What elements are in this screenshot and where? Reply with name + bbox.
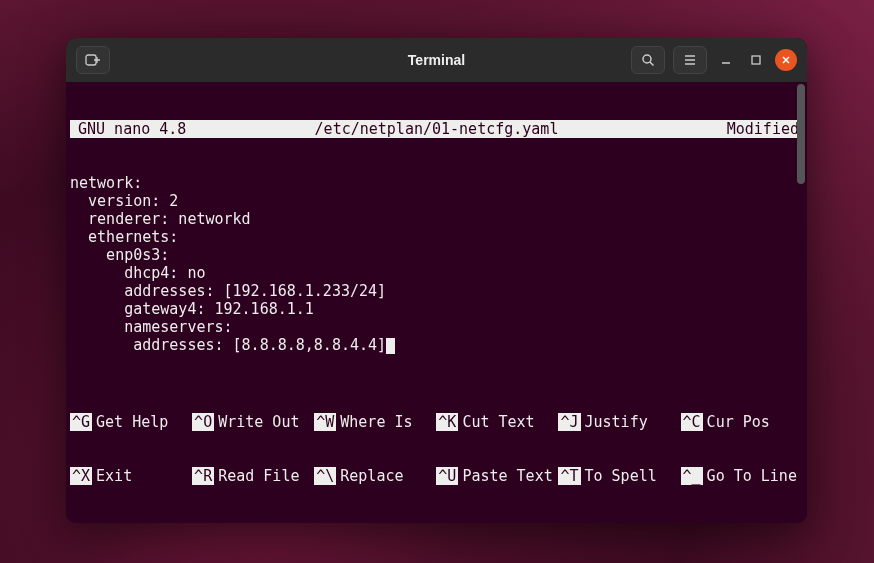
shortcut-desc: Cur Pos — [703, 413, 770, 431]
shortcut-item: ^_Go To Line — [681, 467, 803, 485]
shortcut-item: ^UPaste Text — [436, 467, 558, 485]
shortcut-desc: Go To Line — [703, 467, 797, 485]
shortcut-key: ^T — [558, 467, 580, 485]
maximize-button[interactable] — [745, 49, 767, 71]
titlebar-left — [76, 46, 110, 74]
shortcut-key: ^C — [681, 413, 703, 431]
scrollbar[interactable] — [797, 84, 805, 184]
hamburger-icon — [683, 54, 697, 66]
shortcut-key: ^R — [192, 467, 214, 485]
editor-line: network: — [70, 174, 803, 192]
editor-line: ethernets: — [70, 228, 803, 246]
shortcut-item: ^\Replace — [314, 467, 436, 485]
shortcut-desc: To Spell — [581, 467, 657, 485]
shortcut-key: ^W — [314, 413, 336, 431]
shortcut-item: ^OWrite Out — [192, 413, 314, 431]
minimize-icon — [720, 54, 732, 66]
editor-content[interactable]: network: version: 2 renderer: networkd e… — [70, 174, 803, 354]
shortcut-desc: Where Is — [336, 413, 412, 431]
titlebar: Terminal — [66, 38, 807, 82]
shortcut-key: ^G — [70, 413, 92, 431]
editor-line: enp0s3: — [70, 246, 803, 264]
shortcut-key: ^U — [436, 467, 458, 485]
terminal-window: Terminal — [66, 38, 807, 523]
editor-line: addresses: [8.8.8.8,8.8.4.4] — [70, 336, 803, 354]
shortcut-item: ^KCut Text — [436, 413, 558, 431]
shortcut-desc: Read File — [214, 467, 299, 485]
editor-line: nameservers: — [70, 318, 803, 336]
nano-file-path: /etc/netplan/01-netcfg.yaml — [315, 120, 559, 138]
shortcut-item: ^TTo Spell — [558, 467, 680, 485]
new-tab-icon — [85, 53, 101, 67]
nano-status: Modified — [727, 120, 803, 138]
shortcut-key: ^X — [70, 467, 92, 485]
search-icon — [641, 53, 655, 67]
cursor — [386, 338, 395, 354]
nano-shortcuts: ^GGet Help^OWrite Out^WWhere Is^KCut Tex… — [70, 377, 803, 521]
editor-line: addresses: [192.168.1.233/24] — [70, 282, 803, 300]
shortcut-item: ^CCur Pos — [681, 413, 803, 431]
shortcut-desc: Justify — [581, 413, 648, 431]
close-icon — [781, 55, 791, 65]
shortcut-item: ^RRead File — [192, 467, 314, 485]
shortcut-desc: Exit — [92, 467, 132, 485]
new-tab-button[interactable] — [76, 46, 110, 74]
nano-app-name: GNU nano 4.8 — [70, 120, 186, 138]
search-button[interactable] — [631, 46, 665, 74]
shortcut-key: ^\ — [314, 467, 336, 485]
editor-line: gateway4: 192.168.1.1 — [70, 300, 803, 318]
shortcut-desc: Get Help — [92, 413, 168, 431]
minimize-button[interactable] — [715, 49, 737, 71]
shortcut-key: ^J — [558, 413, 580, 431]
svg-line-4 — [650, 62, 654, 66]
menu-button[interactable] — [673, 46, 707, 74]
shortcut-key: ^K — [436, 413, 458, 431]
window-title: Terminal — [408, 52, 465, 68]
maximize-icon — [750, 54, 762, 66]
shortcut-item: ^GGet Help — [70, 413, 192, 431]
editor-line: renderer: networkd — [70, 210, 803, 228]
titlebar-right — [631, 46, 797, 74]
shortcut-item: ^JJustify — [558, 413, 680, 431]
svg-rect-9 — [752, 56, 760, 64]
shortcut-row-2: ^XExit^RRead File^\Replace^UPaste Text^T… — [70, 467, 803, 485]
shortcut-key: ^_ — [681, 467, 703, 485]
shortcut-desc: Cut Text — [458, 413, 534, 431]
shortcut-desc: Write Out — [214, 413, 299, 431]
editor-line: dhcp4: no — [70, 264, 803, 282]
shortcut-item: ^WWhere Is — [314, 413, 436, 431]
shortcut-desc: Paste Text — [458, 467, 552, 485]
svg-point-3 — [643, 55, 651, 63]
nano-header: GNU nano 4.8 /etc/netplan/01-netcfg.yaml… — [70, 120, 803, 138]
shortcut-row-1: ^GGet Help^OWrite Out^WWhere Is^KCut Tex… — [70, 413, 803, 431]
editor-line: version: 2 — [70, 192, 803, 210]
terminal-body[interactable]: GNU nano 4.8 /etc/netplan/01-netcfg.yaml… — [66, 82, 807, 523]
shortcut-item: ^XExit — [70, 467, 192, 485]
close-button[interactable] — [775, 49, 797, 71]
shortcut-key: ^O — [192, 413, 214, 431]
shortcut-desc: Replace — [336, 467, 403, 485]
